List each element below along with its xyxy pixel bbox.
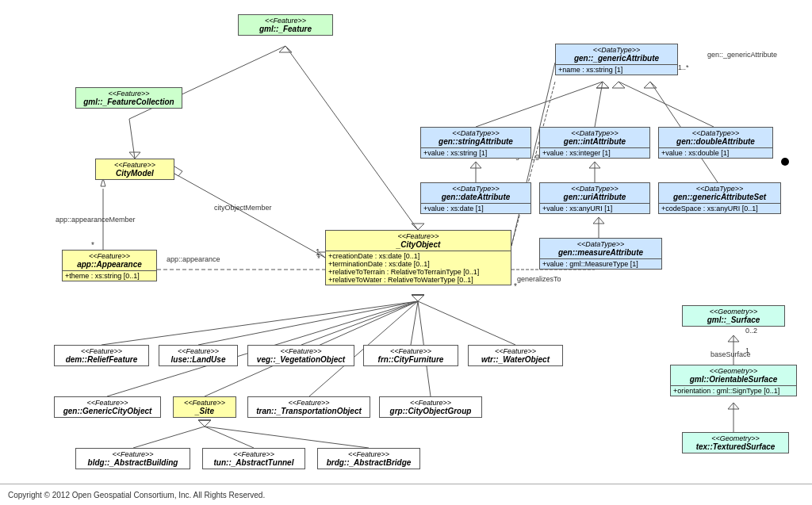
svg-marker-59 xyxy=(412,295,424,301)
box-cityobject: <<Feature>> _CityObject +creationDate : … xyxy=(325,230,511,285)
box-feature-collection: <<Feature>> gml::_FeatureCollection xyxy=(75,87,182,109)
svg-line-48 xyxy=(411,301,418,345)
svg-marker-53 xyxy=(412,295,424,301)
svg-marker-49 xyxy=(412,295,424,301)
svg-marker-45 xyxy=(412,295,424,301)
svg-marker-43 xyxy=(412,295,424,301)
svg-line-22 xyxy=(619,82,714,127)
box-uri-attr: <<DataType>> gen::uriAttribute +value : … xyxy=(539,182,650,214)
name-landuse: luse::LandUse xyxy=(163,355,234,364)
attrs-date-attr: +value : xs:date [1] xyxy=(421,203,530,213)
svg-marker-51 xyxy=(412,295,424,301)
stereotype-feature: <<Feature>> xyxy=(242,17,329,25)
diagram-container: cityObjectMember 1 app::appearanceMember… xyxy=(0,0,812,484)
svg-line-62 xyxy=(205,427,254,448)
name-double-attr: gen::doubleAttribute xyxy=(662,137,769,146)
box-appearance: <<Feature>> app::Appearance +theme : xs:… xyxy=(62,250,157,281)
svg-text:cityObjectMember: cityObjectMember xyxy=(214,204,272,212)
box-tunnel: <<Feature>> tun::_AbstractTunnel xyxy=(202,448,305,469)
name-site: _Site xyxy=(177,407,232,415)
name-feature: gml::_Feature xyxy=(242,25,329,33)
svg-text:1: 1 xyxy=(316,248,320,257)
name-appearance: app::Appearance xyxy=(66,260,153,269)
box-measure-attr: <<DataType>> gen::measureAttribute +valu… xyxy=(539,238,662,270)
stereotype-generic-attr: <<DataType>> xyxy=(559,46,674,54)
svg-text:app::appearanceMember: app::appearanceMember xyxy=(56,216,136,224)
svg-marker-5 xyxy=(412,224,424,230)
svg-line-6 xyxy=(174,174,325,258)
svg-marker-19 xyxy=(596,82,609,88)
stereotype-landuse: <<Feature>> xyxy=(163,347,234,355)
svg-text:*: * xyxy=(514,282,517,291)
name-generic-attr: gen::_genericAttribute xyxy=(559,54,674,63)
name-textured: tex::TexturedSurface xyxy=(686,442,785,451)
svg-line-50 xyxy=(418,301,515,345)
name-furniture: frn::CityFurniture xyxy=(367,355,454,364)
svg-marker-61 xyxy=(198,420,211,427)
svg-line-44 xyxy=(198,301,418,345)
name-relief: dem::ReliefFeature xyxy=(58,355,145,364)
box-generic-attr: <<DataType>> gen::_genericAttribute +nam… xyxy=(555,44,678,75)
svg-marker-72 xyxy=(728,403,739,409)
svg-line-2 xyxy=(129,119,135,159)
box-generic-attr-set: <<DataType>> gen::genericAttributeSet +c… xyxy=(658,182,781,214)
stereotype-appearance: <<Feature>> xyxy=(66,252,153,260)
svg-line-42 xyxy=(102,301,418,345)
attrs-orientable: +orientation : gml::SignType [0..1] xyxy=(671,385,796,396)
name-bridge: brdg::_AbstractBridge xyxy=(321,458,416,467)
box-date-attr: <<DataType>> gen::dateAttribute +value :… xyxy=(420,182,531,214)
attrs-double-attr: +value : xs:double [1] xyxy=(659,147,772,158)
svg-line-38 xyxy=(511,82,555,246)
stereotype-citymodel: <<Feature>> xyxy=(99,161,170,169)
box-relief: <<Feature>> dem::ReliefFeature xyxy=(54,345,149,366)
name-orientable: gml::OrientableSurface xyxy=(674,375,793,384)
svg-text:*: * xyxy=(91,241,94,250)
svg-text:app::appearance: app::appearance xyxy=(167,255,220,263)
name-tunnel: tun::_AbstractTunnel xyxy=(206,458,301,467)
stereotype-group: <<Feature>> xyxy=(383,399,478,407)
attrs-int-attr: +value : xs:integer [1] xyxy=(540,147,649,158)
box-textured: <<Geometry>> tex::TexturedSurface xyxy=(682,432,789,453)
stereotype-tunnel: <<Feature>> xyxy=(206,450,301,458)
stereotype-uri-attr: <<DataType>> xyxy=(543,185,646,193)
stereotype-orientable: <<Geometry>> xyxy=(674,367,793,375)
box-generic-city: <<Feature>> gen::GenericCityObject xyxy=(54,396,161,418)
stereotype-generic-city: <<Feature>> xyxy=(58,399,157,407)
stereotype-cityobject: <<Feature>> xyxy=(329,232,508,240)
box-citymodel: <<Feature>> CityModel xyxy=(95,159,174,180)
stereotype-collection: <<Feature>> xyxy=(79,90,178,98)
svg-marker-55 xyxy=(412,295,424,301)
box-bridge: <<Feature>> brdg::_AbstractBridge xyxy=(317,448,420,469)
attrs-uri-attr: +value : xs:anyURI [1] xyxy=(540,203,649,213)
footer: Copyright © 2012 Open Geospatial Consort… xyxy=(0,484,812,505)
svg-line-60 xyxy=(133,427,205,448)
box-orientable: <<Geometry>> gml::OrientableSurface +ori… xyxy=(670,365,797,396)
copyright-text: Copyright © 2012 Open Geospatial Consort… xyxy=(8,491,265,499)
stereotype-string-attr: <<DataType>> xyxy=(424,129,527,137)
stereotype-vegetation: <<Feature>> xyxy=(251,347,350,355)
attrs-generic-attr-set: +codeSpace : xs:anyURI [0..1] xyxy=(659,203,780,213)
svg-text:0..2: 0..2 xyxy=(745,327,757,335)
svg-marker-27 xyxy=(589,162,600,168)
stereotype-transport: <<Feature>> xyxy=(251,399,366,407)
attrs-generic-attr: +name : xs:string [1] xyxy=(556,64,677,75)
name-int-attr: gen::intAttribute xyxy=(543,137,646,146)
box-site: <<Feature>> _Site xyxy=(173,396,236,418)
svg-marker-31 xyxy=(593,217,604,224)
box-transport: <<Feature>> tran::_TransportationObject xyxy=(247,396,370,418)
svg-line-46 xyxy=(301,301,418,345)
stereotype-textured: <<Geometry>> xyxy=(686,434,785,442)
box-surface: <<Geometry>> gml::_Surface xyxy=(682,305,785,327)
stereotype-bridge: <<Feature>> xyxy=(321,450,416,458)
box-vegetation: <<Feature>> veg::_VegetationObject xyxy=(247,345,354,366)
svg-marker-29 xyxy=(644,82,657,88)
stereotype-measure-attr: <<DataType>> xyxy=(543,240,658,248)
stereotype-building: <<Feature>> xyxy=(79,450,186,458)
stereotype-furniture: <<Feature>> xyxy=(367,347,454,355)
svg-text:baseSurface: baseSurface xyxy=(710,350,751,358)
name-cityobject: _CityObject xyxy=(329,240,508,249)
svg-text:gen::_genericAttribute: gen::_genericAttribute xyxy=(707,51,777,59)
name-date-attr: gen::dateAttribute xyxy=(424,193,527,201)
stereotype-generic-attr-set: <<DataType>> xyxy=(662,185,777,193)
svg-marker-57 xyxy=(412,295,424,301)
